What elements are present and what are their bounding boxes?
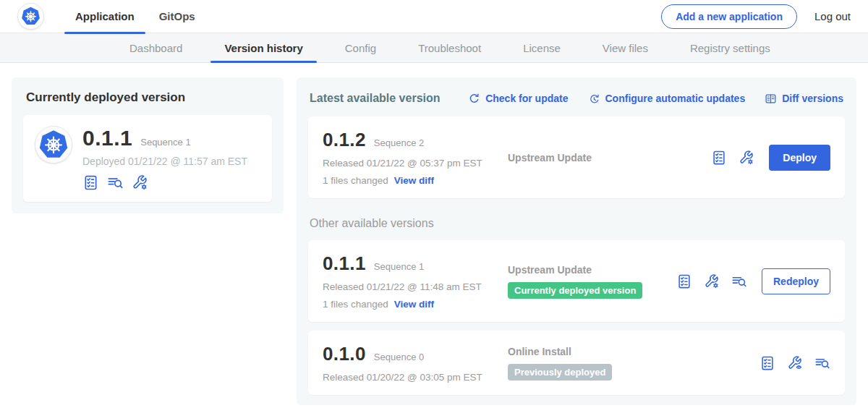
tab-version-history-label: Version history: [224, 42, 302, 54]
previously-deployed-badge: Previously deployed: [508, 364, 612, 381]
kubernetes-icon: [38, 129, 69, 160]
deploy-logs-icon[interactable]: [814, 355, 830, 371]
config-wrench-eye-icon[interactable]: [787, 355, 803, 371]
deployed-version-info: 0.1.1 Sequence 1 Deployed 01/21/22 @ 11:…: [82, 126, 247, 191]
main-content: Currently deployed version 0.1.1 Sequenc…: [0, 63, 868, 408]
tab-view-files[interactable]: View files: [582, 33, 669, 62]
preflight-checklist-icon[interactable]: [711, 150, 727, 166]
version-source: Upstream Update: [508, 152, 711, 163]
version-row-0-1-0: 0.1.0 Sequence 0 Released 01/20/22 @ 03:…: [308, 331, 845, 395]
version-source: Online Install Previously deployed: [508, 346, 760, 381]
redeploy-button[interactable]: Redeploy: [762, 268, 830, 294]
currently-deployed-panel: Currently deployed version 0.1.1 Sequenc…: [12, 77, 284, 213]
deployed-sequence-label: Sequence 1: [140, 137, 190, 148]
preflight-checklist-icon[interactable]: [82, 174, 99, 191]
diff-icon: [765, 93, 777, 105]
app-subnav: Dashboard Version history Config Trouble…: [0, 33, 868, 63]
sequence-label: Sequence 2: [374, 137, 424, 148]
refresh-icon: [468, 93, 480, 105]
tab-gitops[interactable]: GitOps: [147, 0, 208, 33]
version-history-panel: Latest available version Check for updat…: [297, 77, 856, 405]
deploy-logs-icon[interactable]: [731, 273, 747, 289]
check-for-update-link[interactable]: Check for update: [468, 93, 568, 105]
tab-config-label: Config: [345, 42, 376, 54]
tab-troubleshoot[interactable]: Troubleshoot: [397, 33, 502, 62]
tab-license-label: License: [523, 42, 561, 54]
source-label: Upstream Update: [508, 152, 711, 163]
deploy-button[interactable]: Deploy: [769, 145, 830, 171]
app-logo: [17, 3, 44, 30]
tab-registry-settings[interactable]: Registry settings: [669, 33, 791, 62]
files-changed-line: 1 files changed View diff: [323, 299, 508, 310]
config-wrench-gear-icon[interactable]: [704, 273, 720, 289]
tab-dashboard-label: Dashboard: [129, 42, 182, 54]
deployed-version-number: 0.1.1: [82, 126, 132, 150]
source-label: Upstream Update: [508, 264, 676, 276]
deployed-timestamp: Deployed 01/21/22 @ 11:57 am EST: [82, 156, 247, 167]
status-badge-wrap: Previously deployed: [508, 364, 760, 381]
tab-registry-settings-label: Registry settings: [690, 42, 770, 54]
released-timestamp: Released 01/20/22 @ 03:05 pm EST: [323, 372, 508, 383]
add-application-button[interactable]: Add a new application: [661, 4, 797, 29]
configure-automatic-updates-label: Configure automatic updates: [605, 93, 746, 104]
version-number: 0.1.0: [323, 343, 366, 365]
version-actions: Deploy: [711, 145, 830, 171]
version-source: Upstream Update Currently deployed versi…: [508, 264, 676, 299]
tab-application[interactable]: Application: [63, 0, 147, 33]
kubernetes-icon: [21, 7, 41, 26]
version-row-0-1-1: 0.1.1 Sequence 1 Released 01/21/22 @ 11:…: [308, 240, 845, 322]
latest-version-header: Latest available version Check for updat…: [310, 92, 843, 105]
tab-dashboard[interactable]: Dashboard: [109, 33, 203, 62]
released-timestamp: Released 01/21/22 @ 11:48 am EST: [323, 281, 508, 292]
version-row-0-1-2: 0.1.2 Sequence 2 Released 01/21/22 @ 05:…: [308, 116, 845, 198]
version-info: 0.1.1 Sequence 1 Released 01/21/22 @ 11:…: [323, 252, 508, 310]
preflight-checklist-icon[interactable]: [760, 355, 775, 371]
tab-config[interactable]: Config: [324, 33, 397, 62]
logout-link[interactable]: Log out: [814, 10, 851, 22]
version-info: 0.1.0 Sequence 0 Released 01/20/22 @ 03:…: [323, 343, 508, 383]
tab-license[interactable]: License: [502, 33, 582, 62]
check-for-update-label: Check for update: [485, 93, 568, 104]
version-info: 0.1.2 Sequence 2 Released 01/21/22 @ 05:…: [323, 129, 508, 186]
version-actions: [760, 355, 830, 371]
source-label: Online Install: [508, 346, 760, 357]
app-version-logo: [35, 126, 72, 163]
latest-version-title: Latest available version: [310, 92, 441, 105]
panel-actions: Check for update Configure automatic upd…: [468, 93, 843, 105]
deployed-actions: [82, 174, 247, 191]
deploy-logs-icon[interactable]: [107, 174, 124, 191]
top-bar-right: Add a new application Log out: [661, 4, 851, 29]
diff-versions-link[interactable]: Diff versions: [765, 93, 843, 105]
files-changed-label: 1 files changed: [323, 299, 388, 310]
top-bar: Application GitOps Add a new application…: [0, 0, 868, 33]
tab-version-history[interactable]: Version history: [203, 33, 323, 62]
preflight-checklist-icon[interactable]: [676, 273, 692, 289]
version-number: 0.1.1: [323, 252, 366, 275]
tab-application-label: Application: [75, 10, 135, 22]
other-versions-title: Other available versions: [310, 217, 843, 230]
config-wrench-gear-icon[interactable]: [132, 174, 148, 191]
tab-troubleshoot-label: Troubleshoot: [418, 42, 481, 54]
released-timestamp: Released 01/21/22 @ 05:37 pm EST: [323, 158, 508, 169]
top-nav: Application GitOps: [63, 0, 208, 33]
currently-deployed-title: Currently deployed version: [26, 90, 272, 105]
config-wrench-gear-icon[interactable]: [739, 150, 754, 166]
diff-versions-label: Diff versions: [782, 93, 843, 104]
view-diff-link[interactable]: View diff: [394, 175, 434, 186]
version-actions: Redeploy: [676, 268, 830, 294]
version-number: 0.1.2: [323, 129, 366, 151]
files-changed-label: 1 files changed: [323, 175, 388, 186]
tab-view-files-label: View files: [603, 42, 648, 54]
configure-automatic-updates-link[interactable]: Configure automatic updates: [588, 93, 746, 105]
currently-deployed-card: 0.1.1 Sequence 1 Deployed 01/21/22 @ 11:…: [23, 115, 272, 202]
files-changed-line: 1 files changed View diff: [323, 175, 508, 186]
sequence-label: Sequence 1: [374, 261, 424, 272]
currently-deployed-badge: Currently deployed version: [508, 282, 642, 299]
tab-gitops-label: GitOps: [159, 10, 195, 22]
sequence-label: Sequence 0: [374, 352, 424, 362]
schedule-update-icon: [588, 93, 600, 105]
view-diff-link[interactable]: View diff: [394, 299, 434, 310]
status-badge-wrap: Currently deployed version: [508, 282, 676, 299]
